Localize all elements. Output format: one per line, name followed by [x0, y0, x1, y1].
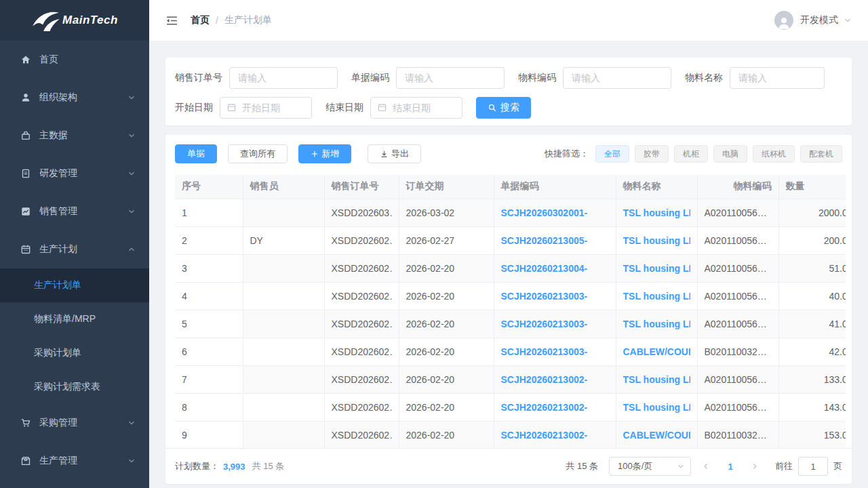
cell-salesperson: DY [250, 235, 263, 246]
material-name-link[interactable]: CABLEW/COUPLER 6 HE [623, 430, 690, 441]
goto-page-input[interactable] [798, 457, 828, 476]
material-name-link[interactable]: TSL housing LH [623, 402, 690, 413]
doc-code-link[interactable]: SCJH20260213002- [501, 402, 588, 413]
cell-qty: 200.00 [824, 235, 846, 246]
danju-button[interactable]: 单据 [175, 144, 217, 163]
cell-sales-order: XSDD202602… [332, 291, 392, 302]
table-row[interactable]: 5 XSDD202602… 2026-02-20 SCJH20260213003… [175, 310, 846, 338]
user-icon [20, 92, 31, 103]
sidebar-item-org[interactable]: 组织架构 [0, 79, 149, 117]
query-all-button[interactable]: 查询所有 [228, 144, 288, 163]
sidebar-subitem[interactable]: 采购计划需求表 [0, 370, 149, 404]
doc-code-link[interactable]: SCJH20260213005- [501, 235, 588, 246]
calendar-icon [226, 102, 237, 113]
quick-filter-bar: 快捷筛选： 全部 胶带 机柜 电脑 纸杯机 配套机 [545, 145, 842, 163]
export-button[interactable]: 导出 [368, 144, 421, 163]
breadcrumb-separator: / [216, 15, 218, 26]
material-name-link[interactable]: TSL housing LH [623, 319, 690, 329]
sidebar-subitem[interactable]: 生产计划单 [0, 268, 149, 302]
quick-filter-pill[interactable]: 配套机 [800, 145, 842, 163]
table-row[interactable]: 9 XSDD202602… 2026-02-20 SCJH20260213002… [175, 421, 846, 448]
sidebar-subitem[interactable]: 物料清单/MRP [0, 302, 149, 336]
next-page-button[interactable] [745, 457, 764, 476]
doc-code-link[interactable]: SCJH20260213003- [501, 346, 588, 357]
quick-filter-pill[interactable]: 全部 [595, 145, 629, 163]
quick-filter-pill[interactable]: 胶带 [635, 145, 669, 163]
home-icon [20, 54, 31, 65]
cell-material-code: A020110056… [705, 235, 767, 246]
cell-sales-order: XSDD202602… [332, 263, 392, 274]
sidebar-subitem-label: 物料清单/MRP [34, 313, 96, 325]
sidebar-item-manufacturing[interactable]: 生产管理 [0, 442, 149, 480]
table-row[interactable]: 8 XSDD202602… 2026-02-20 SCJH20260213002… [175, 393, 846, 421]
sidebar-item-home[interactable]: 首页 [0, 41, 149, 79]
cell-delivery-date: 2026-02-20 [406, 346, 455, 357]
table-row[interactable]: 1 XSDD202603… 2026-03-02 SCJH20260302001… [175, 199, 846, 226]
cell-material-code: A020110056… [705, 207, 767, 218]
sales-order-input[interactable] [229, 67, 338, 89]
plan-qty-value: 3,993 [223, 462, 245, 472]
sidebar-item-label: 生产计划 [39, 243, 127, 256]
sidebar-item-label: 研发管理 [39, 167, 127, 180]
collapse-sidebar-icon[interactable] [165, 14, 178, 27]
doc-code-link[interactable]: SCJH20260213003- [501, 319, 588, 329]
breadcrumb-home[interactable]: 首页 [191, 14, 210, 26]
calendar-icon [377, 102, 387, 113]
material-name-link[interactable]: TSL housing LH [623, 207, 690, 218]
material-name-link[interactable]: TSL housing LH [623, 291, 690, 302]
cell-delivery-date: 2026-02-20 [406, 263, 455, 274]
doc-code-link[interactable]: SCJH20260213002- [501, 374, 588, 385]
plan-qty-label: 计划数量： [175, 460, 219, 472]
filter-label-doc-code: 单据编码 [351, 72, 389, 84]
search-button[interactable]: 搜索 [476, 97, 531, 119]
doc-code-input[interactable] [396, 67, 505, 89]
material-name-link[interactable]: TSL housing LH [623, 263, 690, 274]
table-row[interactable]: 2 DY XSDD202602… 2026-02-27 SCJH20260213… [175, 226, 846, 254]
doc-code-link[interactable]: SCJH20260213004- [501, 263, 588, 274]
sidebar-subitem[interactable]: 采购计划单 [0, 336, 149, 370]
quick-filter-pill[interactable]: 纸杯机 [753, 145, 795, 163]
cell-sales-order: XSDD202602… [332, 346, 392, 357]
page-size-select[interactable]: 100条/页 [609, 457, 691, 476]
avatar [774, 11, 793, 30]
sidebar-item-production-plan[interactable]: 生产计划 [0, 230, 149, 268]
material-name-input[interactable] [730, 67, 825, 89]
page-number[interactable]: 1 [721, 462, 740, 472]
trend-chart-icon [20, 206, 31, 217]
cell-delivery-date: 2026-03-02 [406, 207, 455, 218]
quick-filter-pill[interactable]: 电脑 [713, 145, 747, 163]
doc-code-link[interactable]: SCJH20260302001- [501, 207, 588, 218]
page-size-value: 100条/页 [618, 460, 652, 472]
material-name-link[interactable]: CABLEW/COUPLER 6 HE [623, 346, 690, 357]
material-name-link[interactable]: TSL housing LH [623, 374, 690, 385]
table-row[interactable]: 3 XSDD202602… 2026-02-20 SCJH20260213004… [175, 254, 846, 282]
quick-filter-pill[interactable]: 机柜 [674, 145, 708, 163]
sidebar-item-purchasing[interactable]: 采购管理 [0, 404, 149, 442]
sidebar-item-master-data[interactable]: 主数据 [0, 117, 149, 155]
table-row[interactable]: 6 XSDD202602… 2026-02-20 SCJH20260213003… [175, 338, 846, 365]
add-button[interactable]: 新增 [298, 144, 351, 163]
sidebar-subitem-label: 采购计划需求表 [34, 381, 100, 393]
sidebar-item-rd[interactable]: 研发管理 [0, 155, 149, 192]
table-footer: 计划数量： 3,993 共 15 条 共 15 条 100条/页 1 前往 页 [165, 448, 852, 484]
table-column-header: 数量 [778, 175, 846, 199]
doc-code-link[interactable]: SCJH20260213002- [501, 430, 588, 441]
filter-label-end-date: 结束日期 [326, 102, 363, 114]
material-name-link[interactable]: TSL housing LH [623, 235, 690, 246]
filter-label-start-date: 开始日期 [175, 102, 213, 114]
table-row[interactable]: 4 XSDD202602… 2026-02-20 SCJH20260213003… [175, 282, 846, 310]
cell-delivery-date: 2026-02-20 [406, 291, 455, 302]
bag-icon [20, 130, 31, 141]
prev-page-button[interactable] [696, 457, 715, 476]
sidebar-item-sales[interactable]: 销售管理 [0, 192, 149, 230]
doc-code-link[interactable]: SCJH20260213003- [501, 291, 588, 302]
chevron-down-icon [127, 457, 136, 465]
filter-label-material-code: 物料编码 [518, 72, 556, 84]
cell-sales-order: XSDD202602… [332, 430, 392, 441]
filter-label-material-name: 物料名称 [685, 72, 723, 84]
toolbar: 单据 查询所有 新增 导出 快捷筛选： 全部 胶带 机柜 [175, 144, 842, 163]
table-row[interactable]: 7 XSDD202602… 2026-02-20 SCJH20260213002… [175, 365, 846, 393]
cell-seq: 2 [182, 235, 187, 246]
user-menu[interactable]: 开发模式 [774, 11, 852, 30]
material-code-input[interactable] [563, 67, 671, 89]
